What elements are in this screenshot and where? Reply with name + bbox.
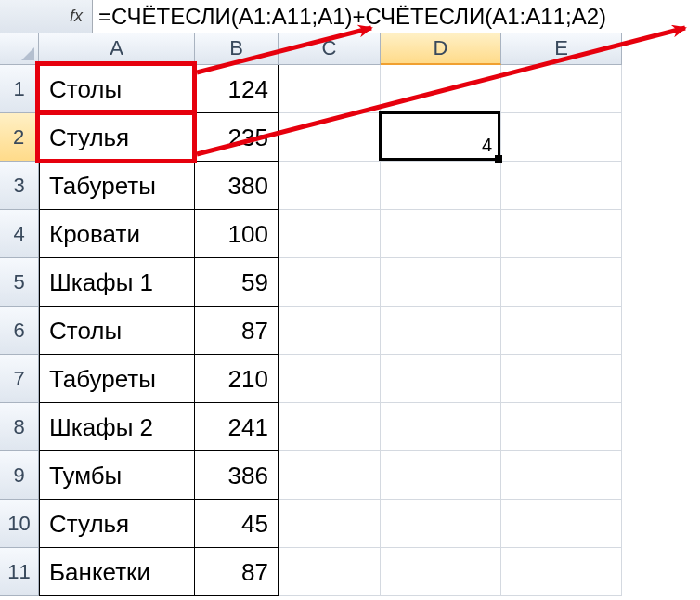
- cell-E2[interactable]: [501, 113, 622, 162]
- row-header-6[interactable]: 6: [0, 307, 39, 355]
- cell-B7[interactable]: 210: [195, 355, 279, 403]
- cell-A2[interactable]: Стулья: [39, 113, 195, 162]
- cell-D8[interactable]: [381, 403, 501, 451]
- cell-D4[interactable]: [381, 210, 501, 258]
- row-header-5[interactable]: 5: [0, 258, 39, 307]
- formula-input[interactable]: [93, 0, 700, 33]
- cell-A11[interactable]: Банкетки: [39, 548, 195, 596]
- select-all-corner[interactable]: [0, 33, 39, 65]
- row-header-3[interactable]: 3: [0, 162, 39, 210]
- col-header-C[interactable]: C: [279, 33, 381, 65]
- cell-B11[interactable]: 87: [195, 548, 279, 596]
- cell-B6[interactable]: 87: [195, 307, 279, 355]
- col-header-E[interactable]: E: [501, 33, 622, 65]
- cell-B4[interactable]: 100: [195, 210, 279, 258]
- spreadsheet-grid[interactable]: A B C D E 1Столы1242Стулья2353Табуреты38…: [0, 33, 700, 596]
- cell-B1[interactable]: 124: [195, 65, 279, 113]
- cell-C6[interactable]: [279, 307, 381, 355]
- cell-C2[interactable]: [279, 113, 381, 162]
- cell-B5[interactable]: 59: [195, 258, 279, 307]
- cell-C8[interactable]: [279, 403, 381, 451]
- cell-B8[interactable]: 241: [195, 403, 279, 451]
- cell-E3[interactable]: [501, 162, 622, 210]
- row-header-11[interactable]: 11: [0, 548, 39, 596]
- cell-D7[interactable]: [381, 355, 501, 403]
- cell-A10[interactable]: Стулья: [39, 500, 195, 548]
- cell-D3[interactable]: [381, 162, 501, 210]
- cell-C5[interactable]: [279, 258, 381, 307]
- cell-A6[interactable]: Столы: [39, 307, 195, 355]
- cell-B2[interactable]: 235: [195, 113, 279, 162]
- row-header-7[interactable]: 7: [0, 355, 39, 403]
- cell-B9[interactable]: 386: [195, 451, 279, 500]
- cell-D10[interactable]: [381, 500, 501, 548]
- cell-A7[interactable]: Табуреты: [39, 355, 195, 403]
- col-header-A[interactable]: A: [39, 33, 195, 65]
- cell-E6[interactable]: [501, 307, 622, 355]
- col-header-B[interactable]: B: [195, 33, 279, 65]
- cell-A9[interactable]: Тумбы: [39, 451, 195, 500]
- cell-E9[interactable]: [501, 451, 622, 500]
- cell-C7[interactable]: [279, 355, 381, 403]
- cell-C11[interactable]: [279, 548, 381, 596]
- cell-A5[interactable]: Шкафы 1: [39, 258, 195, 307]
- cell-D5[interactable]: [381, 258, 501, 307]
- cell-A8[interactable]: Шкафы 2: [39, 403, 195, 451]
- fx-icon[interactable]: fx: [0, 0, 93, 33]
- cell-E7[interactable]: [501, 355, 622, 403]
- cell-C9[interactable]: [279, 451, 381, 500]
- cell-E11[interactable]: [501, 548, 622, 596]
- cell-B3[interactable]: 380: [195, 162, 279, 210]
- cell-D2[interactable]: [381, 113, 501, 162]
- row-header-10[interactable]: 10: [0, 500, 39, 548]
- cell-A4[interactable]: Кровати: [39, 210, 195, 258]
- row-header-8[interactable]: 8: [0, 403, 39, 451]
- col-header-D[interactable]: D: [381, 33, 501, 65]
- cell-C10[interactable]: [279, 500, 381, 548]
- cell-E4[interactable]: [501, 210, 622, 258]
- cell-D11[interactable]: [381, 548, 501, 596]
- cell-E10[interactable]: [501, 500, 622, 548]
- row-header-1[interactable]: 1: [0, 65, 39, 113]
- cell-D6[interactable]: [381, 307, 501, 355]
- cell-C1[interactable]: [279, 65, 381, 113]
- cell-C4[interactable]: [279, 210, 381, 258]
- row-header-2[interactable]: 2: [0, 113, 39, 162]
- row-header-4[interactable]: 4: [0, 210, 39, 258]
- cell-E8[interactable]: [501, 403, 622, 451]
- cell-A1[interactable]: Столы: [39, 65, 195, 113]
- cell-D9[interactable]: [381, 451, 501, 500]
- cell-A3[interactable]: Табуреты: [39, 162, 195, 210]
- row-header-9[interactable]: 9: [0, 451, 39, 500]
- cell-B10[interactable]: 45: [195, 500, 279, 548]
- cell-E1[interactable]: [501, 65, 622, 113]
- cell-C3[interactable]: [279, 162, 381, 210]
- cell-E5[interactable]: [501, 258, 622, 307]
- cell-D1[interactable]: [381, 65, 501, 113]
- formula-bar: fx: [0, 0, 700, 33]
